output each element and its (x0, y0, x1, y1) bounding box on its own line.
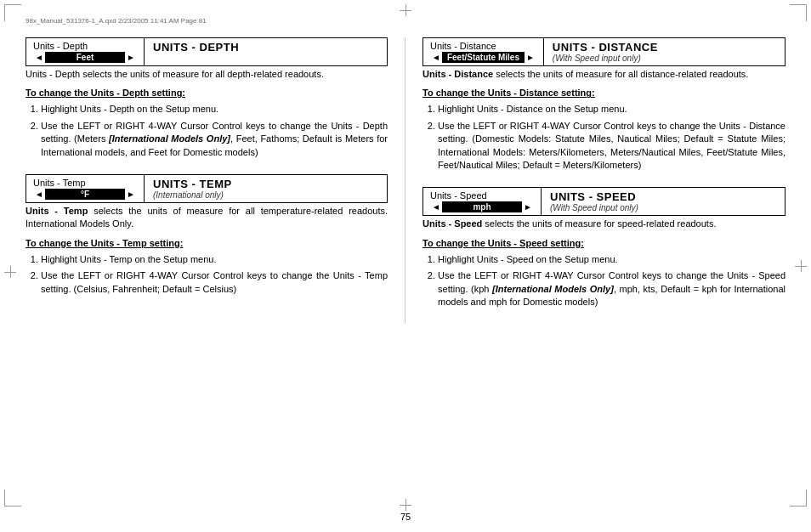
distance-steps: Highlight Units - Distance on the Setup … (438, 103, 785, 172)
distance-label-box: Units - Distance ◄ Feet/Statute Miles ► (423, 37, 544, 66)
distance-widget: Units - Distance ◄ Feet/Statute Miles ► … (423, 37, 785, 66)
speed-label-title: Units - Speed (430, 190, 534, 201)
speed-step-2: Use the LEFT or RIGHT 4-WAY Cursor Contr… (438, 269, 785, 308)
corner-mark-bl (4, 490, 21, 507)
temp-arrow-left[interactable]: ◄ (33, 190, 45, 199)
temp-label-title: Units - Temp (33, 178, 137, 188)
distance-value-row[interactable]: ◄ Feet/Statute Miles ► (430, 52, 536, 63)
speed-main-title: UNITS - SPEED (550, 190, 776, 203)
speed-section: Units - Speed ◄ mph ► UNITS - SPEED (Wit… (423, 187, 785, 308)
distance-step-2: Use the LEFT or RIGHT 4-WAY Cursor Contr… (438, 120, 785, 173)
depth-description: Units - Depth selects the units of measu… (26, 68, 388, 81)
depth-steps: Highlight Units - Depth on the Setup men… (41, 103, 388, 159)
distance-description: Units - Distance selects the units of me… (423, 68, 785, 81)
depth-label-box: Units - Depth ◄ Feet ► (26, 37, 145, 66)
temp-step-1: Highlight Units - Temp on the Setup menu… (41, 253, 388, 266)
temp-label-box: Units - Temp ◄ °F ► (26, 174, 145, 203)
temp-main-title: UNITS - TEMP (153, 178, 378, 190)
speed-value: mph (442, 201, 522, 212)
speed-subtitle: (With Speed input only) (550, 203, 776, 212)
corner-mark-br (790, 490, 807, 507)
speed-step-1: Highlight Units - Speed on the Setup men… (438, 253, 785, 266)
speed-label-box: Units - Speed ◄ mph ► (423, 187, 542, 216)
temp-value-row[interactable]: ◄ °F ► (33, 189, 137, 200)
distance-main-title: UNITS - DISTANCE (553, 41, 776, 54)
temp-arrow-right[interactable]: ► (125, 190, 137, 199)
depth-section: Units - Depth ◄ Feet ► UNITS - DEPTH Uni… (26, 37, 388, 159)
right-column: Units - Distance ◄ Feet/Statute Miles ► … (406, 37, 785, 324)
left-column: Units - Depth ◄ Feet ► UNITS - DEPTH Uni… (26, 37, 406, 324)
temp-step-2: Use the LEFT or RIGHT 4-WAY Cursor Contr… (41, 269, 388, 296)
depth-title-box: UNITS - DEPTH (145, 37, 388, 66)
distance-arrow-left[interactable]: ◄ (430, 53, 442, 62)
speed-title-box: UNITS - SPEED (With Speed input only) (542, 187, 785, 216)
temp-change-title: To change the Units - Temp setting: (26, 238, 388, 248)
depth-label-title: Units - Depth (33, 41, 137, 51)
page-number: 75 (0, 512, 811, 522)
depth-arrow-right[interactable]: ► (125, 53, 137, 62)
corner-mark-tr (790, 4, 807, 21)
distance-subtitle: (With Speed input only) (553, 54, 776, 63)
depth-change-title: To change the Units - Depth setting: (26, 88, 388, 98)
crosshair-right (795, 260, 807, 272)
speed-description: Units - Speed selects the units of measu… (423, 218, 785, 230)
speed-arrow-left[interactable]: ◄ (430, 202, 442, 212)
depth-value-row[interactable]: ◄ Feet ► (33, 52, 137, 63)
speed-widget: Units - Speed ◄ mph ► UNITS - SPEED (Wit… (423, 187, 785, 216)
main-columns: Units - Depth ◄ Feet ► UNITS - DEPTH Uni… (26, 37, 785, 324)
temp-description: Units - Temp selects the units of measur… (26, 205, 388, 231)
temp-subtitle: (International only) (153, 190, 378, 200)
distance-value: Feet/Statute Miles (442, 52, 525, 63)
depth-widget: Units - Depth ◄ Feet ► UNITS - DEPTH (26, 37, 388, 66)
page: 98x_Manual_531376-1_A.qxd 2/23/2005 11:4… (0, 0, 811, 532)
depth-arrow-left[interactable]: ◄ (33, 53, 45, 62)
corner-mark-tl (4, 4, 21, 21)
temp-section: Units - Temp ◄ °F ► UNITS - TEMP (Intern… (26, 174, 388, 296)
depth-value: Feet (45, 52, 125, 63)
distance-section: Units - Distance ◄ Feet/Statute Miles ► … (423, 37, 785, 172)
crosshair-bottom (400, 499, 411, 511)
distance-change-title: To change the Units - Distance setting: (423, 88, 785, 98)
crosshair-top (400, 4, 411, 16)
crosshair-left (4, 266, 16, 278)
speed-value-row[interactable]: ◄ mph ► (430, 201, 534, 212)
temp-title-box: UNITS - TEMP (International only) (145, 174, 388, 203)
speed-arrow-right[interactable]: ► (522, 202, 534, 212)
depth-step-2: Use the LEFT or RIGHT 4-WAY Cursor Contr… (41, 120, 388, 159)
distance-step-1: Highlight Units - Distance on the Setup … (438, 103, 785, 116)
distance-arrow-right[interactable]: ► (525, 53, 536, 62)
depth-step-1: Highlight Units - Depth on the Setup men… (41, 103, 388, 116)
speed-change-title: To change the Units - Speed setting: (423, 238, 785, 248)
distance-label-title: Units - Distance (430, 41, 536, 51)
temp-steps: Highlight Units - Temp on the Setup menu… (41, 253, 388, 296)
temp-value: °F (45, 189, 125, 200)
depth-main-title: UNITS - DEPTH (153, 41, 378, 54)
distance-title-box: UNITS - DISTANCE (With Speed input only) (544, 37, 785, 66)
header-meta: 98x_Manual_531376-1_A.qxd 2/23/2005 11:4… (26, 17, 785, 25)
speed-steps: Highlight Units - Speed on the Setup men… (438, 253, 785, 309)
temp-widget: Units - Temp ◄ °F ► UNITS - TEMP (Intern… (26, 174, 388, 203)
